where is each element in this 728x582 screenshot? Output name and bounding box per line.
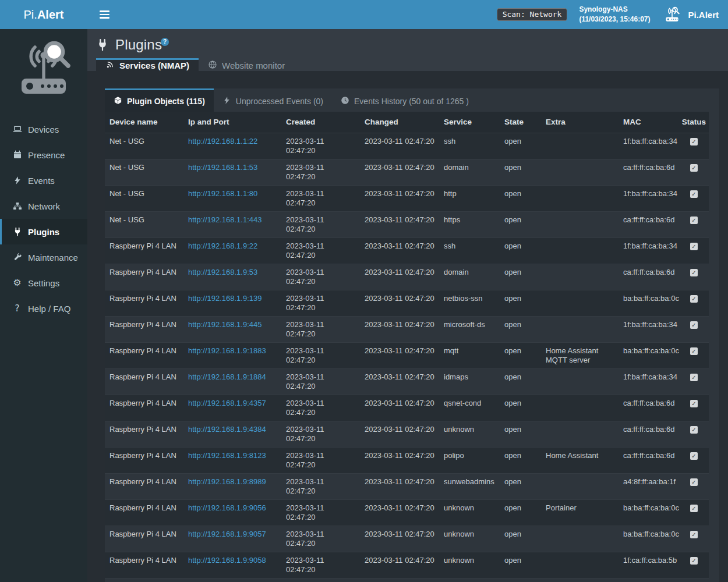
top-navbar: Pi.Alert Scan: Network Synology-NAS (11/… bbox=[0, 0, 728, 29]
device-name-cell: Net - USG bbox=[105, 212, 183, 238]
ip-port-link[interactable]: http://192.168.1.9:1883 bbox=[188, 346, 266, 355]
tab-events-history-50-out-of-1265[interactable]: Events History (50 out of 1265 ) bbox=[332, 88, 478, 112]
tab-unprocessed-events-0[interactable]: Unprocessed Events (0) bbox=[214, 88, 332, 112]
state-cell: open bbox=[500, 526, 541, 552]
state-cell: open bbox=[500, 212, 541, 238]
brand-link[interactable]: Pi.Alert bbox=[662, 6, 721, 23]
status-checkbox-checked[interactable]: ✓ bbox=[690, 452, 698, 460]
ip-port-link[interactable]: http://192.168.1.9:4384 bbox=[188, 425, 266, 434]
state-cell: open bbox=[500, 159, 541, 186]
sidebar-item-presence[interactable]: Presence bbox=[0, 142, 87, 168]
status-cell: ✓ bbox=[679, 264, 709, 290]
status-checkbox-checked[interactable]: ✓ bbox=[690, 374, 698, 381]
ip-port-link[interactable]: http://192.168.1.9:53 bbox=[188, 268, 257, 276]
ip-port-link[interactable]: http://192.168.1.1:443 bbox=[188, 215, 262, 224]
status-checkbox-checked[interactable]: ✓ bbox=[690, 400, 698, 407]
status-cell: ✓ bbox=[679, 186, 709, 212]
ip-port-link[interactable]: http://192.168.1.9:22 bbox=[188, 242, 257, 250]
sidebar-item-label: Devices bbox=[28, 125, 59, 134]
changed-cell: 2023-03-11 02:47:20 bbox=[360, 159, 439, 186]
status-checkbox-checked[interactable]: ✓ bbox=[690, 426, 698, 434]
sidebar-item-settings[interactable]: ⚙Settings bbox=[0, 270, 87, 296]
tab-services-nmap[interactable]: Services (NMAP) bbox=[96, 58, 199, 71]
created-cell: 2023-03-11 02:47:20 bbox=[281, 317, 360, 343]
status-checkbox-checked[interactable]: ✓ bbox=[690, 138, 698, 146]
status-cell: ✓ bbox=[679, 395, 709, 421]
created-cell: 2023-03-11 02:47:20 bbox=[281, 212, 360, 238]
main-content: Plugins ? Services (NMAP)Website monitor… bbox=[87, 0, 728, 582]
column-header-status[interactable]: Status bbox=[679, 112, 709, 133]
sidebar-item-devices[interactable]: Devices bbox=[0, 116, 87, 142]
device-name-cell: Raspberry Pi 4 LAN bbox=[105, 264, 183, 290]
sidebar-item-plugins[interactable]: Plugins bbox=[0, 219, 87, 244]
column-header-ip-and-port[interactable]: Ip and Port bbox=[183, 112, 281, 133]
status-checkbox-checked[interactable]: ✓ bbox=[690, 295, 698, 303]
sidebar-item-label: Presence bbox=[28, 150, 65, 160]
changed-cell: 2023-03-11 02:47:20 bbox=[360, 317, 439, 343]
status-checkbox-checked[interactable]: ✓ bbox=[690, 321, 698, 329]
service-cell: domain bbox=[439, 264, 500, 290]
ip-port-link[interactable]: http://192.168.1.9:9057 bbox=[188, 530, 266, 538]
device-name-cell: Raspberry Pi 4 LAN bbox=[105, 448, 183, 474]
column-header-state[interactable]: State bbox=[500, 112, 541, 133]
state-cell: open bbox=[500, 500, 541, 526]
status-cell: ✓ bbox=[679, 343, 709, 369]
extra-cell bbox=[541, 369, 619, 395]
ip-port-link[interactable]: http://192.168.1.9:445 bbox=[188, 320, 262, 329]
column-header-changed[interactable]: Changed bbox=[360, 112, 439, 133]
sidebar-item-maintenance[interactable]: Maintenance bbox=[0, 244, 87, 270]
extra-cell: Portainer bbox=[541, 500, 619, 526]
ip-port-link[interactable]: http://192.168.1.9:1884 bbox=[188, 372, 266, 381]
ip-port-link[interactable]: http://192.168.1.9:8123 bbox=[188, 451, 266, 460]
status-checkbox-checked[interactable]: ✓ bbox=[690, 217, 698, 224]
help-badge[interactable]: ? bbox=[161, 38, 169, 46]
mac-cell: ba:ba:ff:ca:ba:0c bbox=[619, 343, 679, 369]
ip-port-link[interactable]: http://192.168.1.9:9058 bbox=[188, 556, 266, 565]
ip-port-link[interactable]: http://192.168.1.9:8989 bbox=[188, 477, 266, 486]
status-checkbox-checked[interactable]: ✓ bbox=[690, 478, 698, 486]
tab-plugin-objects-115[interactable]: Plugin Objects (115) bbox=[105, 88, 214, 112]
status-checkbox-checked[interactable]: ✓ bbox=[690, 557, 698, 565]
device-name-cell: Raspberry Pi 4 LAN bbox=[105, 395, 183, 421]
column-header-mac[interactable]: MAC bbox=[619, 112, 679, 133]
state-cell: open bbox=[500, 264, 541, 290]
status-checkbox-checked[interactable]: ✓ bbox=[690, 243, 698, 250]
router-icon bbox=[662, 6, 683, 23]
plugin-objects-box: Plugin Objects (115)Unprocessed Events (… bbox=[105, 88, 719, 582]
hamburger-icon[interactable] bbox=[96, 6, 113, 23]
status-checkbox-checked[interactable]: ✓ bbox=[690, 505, 698, 512]
ip-port-cell: http://192.168.1.1:443 bbox=[183, 212, 281, 238]
status-checkbox-checked[interactable]: ✓ bbox=[690, 531, 698, 538]
device-name-cell: Raspberry Pi 4 LAN bbox=[105, 421, 183, 448]
ip-port-link[interactable]: http://192.168.1.9:139 bbox=[188, 294, 262, 303]
question-icon: ? bbox=[11, 304, 23, 313]
sidebar-item-network[interactable]: Network bbox=[0, 193, 87, 219]
app-logo[interactable]: Pi.Alert bbox=[0, 0, 87, 29]
column-header-device-name[interactable]: Device name bbox=[105, 112, 183, 133]
bolt-icon bbox=[222, 96, 231, 107]
extra-cell bbox=[541, 186, 619, 212]
created-cell: 2023-03-11 02:47:20 bbox=[281, 474, 360, 500]
tab-website-monitor[interactable]: Website monitor bbox=[199, 58, 294, 71]
sidebar-item-label: Network bbox=[28, 201, 60, 211]
sidebar-item-events[interactable]: Events bbox=[0, 168, 87, 193]
mac-cell: ca:ff:ff:ca:ba:6d bbox=[619, 159, 679, 186]
state-cell: open bbox=[500, 238, 541, 264]
brand-label: Pi.Alert bbox=[688, 10, 719, 20]
changed-cell: 2023-03-11 02:47:20 bbox=[360, 552, 439, 579]
column-header-extra[interactable]: Extra bbox=[541, 112, 619, 133]
column-header-created[interactable]: Created bbox=[281, 112, 360, 133]
ip-port-link[interactable]: http://192.168.1.1:53 bbox=[188, 163, 257, 172]
created-cell: 2023-03-11 02:47:20 bbox=[281, 238, 360, 264]
status-cell: ✓ bbox=[679, 317, 709, 343]
status-checkbox-checked[interactable]: ✓ bbox=[690, 269, 698, 276]
status-checkbox-checked[interactable]: ✓ bbox=[690, 190, 698, 198]
ip-port-link[interactable]: http://192.168.1.1:80 bbox=[188, 189, 257, 198]
ip-port-link[interactable]: http://192.168.1.1:22 bbox=[188, 137, 257, 146]
sidebar-item-help-faq[interactable]: ?Help / FAQ bbox=[0, 296, 87, 321]
column-header-service[interactable]: Service bbox=[439, 112, 500, 133]
ip-port-link[interactable]: http://192.168.1.9:9056 bbox=[188, 503, 266, 512]
status-checkbox-checked[interactable]: ✓ bbox=[690, 164, 698, 172]
status-checkbox-checked[interactable]: ✓ bbox=[690, 347, 698, 355]
ip-port-link[interactable]: http://192.168.1.9:4357 bbox=[188, 399, 266, 407]
